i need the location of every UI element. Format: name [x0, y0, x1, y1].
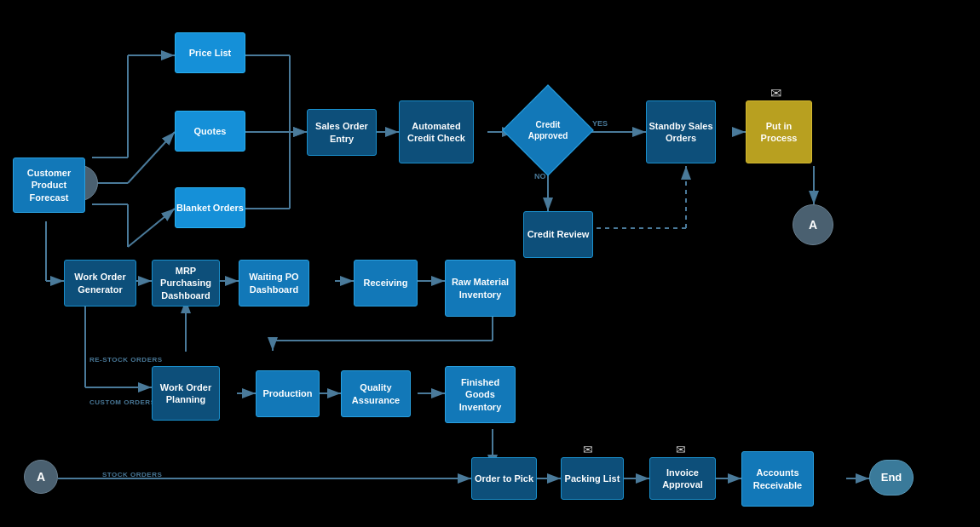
mrp-purchasing-label: MRP Purchasing Dashboard [153, 265, 219, 301]
end-label: End [881, 471, 902, 485]
packing-list-label: Packing List [565, 473, 620, 484]
finished-goods-node: Finished Goods Inventory [445, 366, 516, 423]
invoice-approval-node: Invoice Approval [649, 457, 716, 500]
restock-orders-label: RE-STOCK ORDERS [89, 356, 163, 364]
sales-order-label: Sales Order Entry [308, 120, 376, 145]
put-in-process-node: Put in Process [746, 100, 812, 163]
production-node: Production [256, 370, 320, 417]
standby-sales-node: Standby Sales Orders [646, 100, 716, 163]
price-list-label: Price List [189, 47, 232, 59]
standby-sales-label: Standby Sales Orders [647, 120, 715, 145]
raw-material-node: Raw Material Inventory [445, 260, 516, 317]
work-order-planning-node: Work Order Planning [152, 366, 220, 421]
work-order-gen-label: Work Order Generator [65, 271, 135, 295]
auto-credit-node: Automated Credit Check [399, 100, 474, 163]
work-order-gen-node: Work Order Generator [64, 260, 136, 306]
blanket-orders-node: Blanket Orders [175, 187, 245, 228]
customer-forecast-node: Customer Product Forecast [13, 158, 85, 213]
quotes-node: Quotes [175, 111, 245, 152]
stock-orders-label: STOCK ORDERS [102, 471, 162, 478]
accounts-receivable-label: Accounts Receivable [742, 467, 813, 491]
quality-assurance-node: Quality Assurance [341, 370, 411, 417]
connector-a-top-node: A [793, 204, 833, 245]
invoice-approval-label: Invoice Approval [650, 467, 715, 491]
svg-line-10 [128, 209, 175, 247]
waiting-po-label: Waiting PO Dashboard [239, 271, 308, 295]
quotes-label: Quotes [194, 125, 227, 137]
finished-goods-label: Finished Goods Inventory [446, 376, 515, 413]
svg-text:NO: NO [534, 172, 546, 180]
auto-credit-label: Automated Credit Check [400, 120, 473, 145]
blanket-orders-label: Blanket Orders [176, 202, 244, 214]
put-in-process-label: Put in Process [747, 120, 811, 145]
credit-review-label: Credit Review [527, 228, 590, 240]
price-list-node: Price List [175, 32, 245, 73]
work-order-planning-label: Work Order Planning [153, 381, 219, 406]
mrp-purchasing-node: MRP Purchasing Dashboard [152, 260, 220, 306]
email-icon-put-in-process: ✉ [770, 85, 781, 101]
connector-a-bottom-label: A [37, 469, 45, 484]
custom-orders-label: CUSTOM ORDERS [89, 398, 155, 406]
receiving-label: Receiving [364, 277, 408, 289]
sales-order-entry-node: Sales Order Entry [307, 109, 377, 156]
connector-a-bottom-node: A [24, 460, 58, 494]
end-node: End [869, 460, 914, 495]
packing-list-node: Packing List [561, 457, 624, 500]
credit-approved-node: Credit Approved [516, 98, 580, 163]
quality-assurance-label: Quality Assurance [342, 381, 410, 406]
connector-a-top-label: A [809, 217, 817, 232]
svg-text:YES: YES [592, 119, 608, 128]
email-icon-packing: ✉ [583, 443, 593, 456]
flowchart-diagram: YES NO Start Customer Product Forecast P… [0, 0, 980, 527]
receiving-node: Receiving [354, 260, 418, 306]
credit-approved-label: Credit Approved [516, 119, 579, 141]
order-to-pick-node: Order to Pick [471, 457, 537, 500]
email-icon-invoice: ✉ [676, 443, 686, 456]
raw-material-label: Raw Material Inventory [446, 276, 515, 301]
waiting-po-node: Waiting PO Dashboard [239, 260, 309, 306]
order-to-pick-label: Order to Pick [475, 473, 533, 484]
svg-line-7 [128, 132, 175, 183]
production-label: Production [262, 387, 312, 399]
customer-forecast-label: Customer Product Forecast [14, 167, 84, 203]
accounts-receivable-node: Accounts Receivable [741, 451, 814, 507]
credit-review-node: Credit Review [523, 211, 593, 258]
